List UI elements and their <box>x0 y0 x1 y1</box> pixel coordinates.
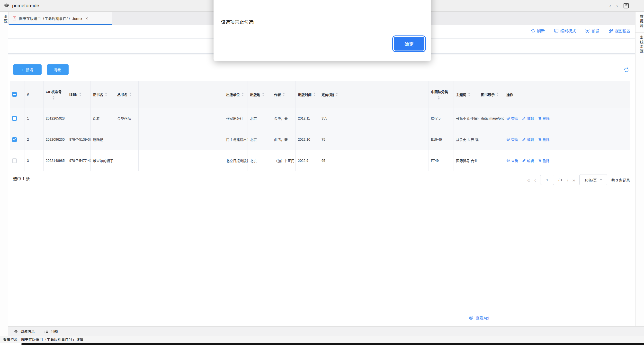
delete-action[interactable]: 删除 <box>538 137 550 142</box>
edit-action[interactable]: 编辑 <box>522 137 534 142</box>
table-refresh-icon[interactable] <box>624 67 629 73</box>
table-cell: 2012265028 <box>44 108 67 129</box>
row-checkbox[interactable] <box>12 116 17 121</box>
history-back-icon[interactable]: ‹ <box>609 3 611 9</box>
sidebar-item-resources[interactable]: 资源 <box>0 14 8 24</box>
column-header[interactable]: 图书展示 <box>479 81 504 108</box>
sort-icons[interactable] <box>438 96 440 100</box>
view-action[interactable]: 查看 <box>506 137 518 142</box>
prev-page-button[interactable]: ‹ <box>534 177 536 182</box>
sort-icons[interactable] <box>283 93 285 96</box>
row-checkbox[interactable] <box>12 158 17 163</box>
table-cell: 北京日报出版社 <box>224 150 248 171</box>
select-all-checkbox[interactable] <box>12 92 17 97</box>
view-api-link[interactable]: 查看Api <box>469 315 489 321</box>
sort-asc-icon <box>336 93 338 94</box>
pencil-icon <box>522 116 526 120</box>
edit-action[interactable]: 编辑 <box>522 158 534 163</box>
preview-button[interactable]: 预览 <box>585 28 599 33</box>
debug-info-button[interactable]: 调试信息 <box>14 329 35 334</box>
tab-book-cip-formx[interactable]: 图书在版编目（生命周期事件2）.formx × <box>9 12 112 25</box>
table-cell <box>115 129 139 150</box>
last-page-button[interactable]: » <box>572 177 576 182</box>
sort-asc-icon <box>52 96 54 97</box>
sort-icons[interactable] <box>262 93 264 96</box>
left-rail: 资源 <box>0 12 8 336</box>
row-checkbox[interactable] <box>12 137 17 142</box>
sort-asc-icon <box>496 93 498 94</box>
sort-icons[interactable] <box>242 93 244 96</box>
sort-desc-icon <box>130 95 131 96</box>
alert-dialog: 该选项禁止勾选! 确定 <box>214 0 431 61</box>
table-cell: 355 <box>319 108 343 129</box>
total-records: 共 3 条记录 <box>611 177 630 182</box>
sort-icons[interactable] <box>496 93 498 96</box>
view-settings-button[interactable]: 视图设置 <box>608 28 630 33</box>
ok-button[interactable]: 确定 <box>394 37 424 50</box>
sort-icons[interactable] <box>79 93 81 96</box>
sort-icons[interactable] <box>336 93 338 96</box>
sort-icons[interactable] <box>468 93 470 96</box>
table-cell: 2022096230 <box>44 129 67 150</box>
delete-action[interactable]: 删除 <box>538 116 550 121</box>
table-cell <box>343 150 429 171</box>
column-header[interactable]: ISBN <box>67 81 91 108</box>
tab-close-icon[interactable]: × <box>85 16 88 21</box>
add-button[interactable]: + 新增 <box>13 64 42 75</box>
refresh-button[interactable]: 刷新 <box>531 28 545 33</box>
page-input[interactable] <box>540 175 554 185</box>
table-cell <box>479 129 504 150</box>
column-header[interactable]: 出版地 <box>248 81 272 108</box>
delete-action[interactable]: 删除 <box>538 158 550 163</box>
page-size-select[interactable]: 10条/页 <box>579 174 607 185</box>
problems-button[interactable]: 问题 <box>44 329 58 334</box>
next-page-button[interactable]: › <box>567 177 568 182</box>
save-icon[interactable] <box>623 2 630 9</box>
window-nav: ‹ › <box>609 2 640 9</box>
eye-icon <box>506 159 510 162</box>
sort-icons[interactable] <box>52 96 54 100</box>
code-mode-button[interactable]: 编码模式 <box>554 28 576 33</box>
sort-icons[interactable] <box>314 93 316 96</box>
sort-desc-icon <box>438 98 440 100</box>
view-action[interactable]: 查看 <box>506 116 518 121</box>
table-cell: （加）卜正民 <box>272 150 296 171</box>
table-cell: 民主与建设出版 <box>224 129 248 150</box>
column-header[interactable]: 丛书名 <box>115 81 139 108</box>
bottom-panel: 调试信息 问题 <box>8 326 644 336</box>
sort-asc-icon <box>262 93 264 94</box>
column-header[interactable]: 作者 <box>272 81 296 108</box>
table-row: 22022096230978-7-5139-38逐陆记民主与建设出版北京曲飞，著… <box>10 129 630 150</box>
view-action[interactable]: 查看 <box>506 158 518 163</box>
sort-asc-icon <box>105 93 107 94</box>
column-header <box>343 81 429 108</box>
column-header <box>139 81 224 108</box>
sort-icons[interactable] <box>105 93 107 96</box>
column-header[interactable]: 正书名 <box>91 81 115 108</box>
table-cell <box>343 108 429 129</box>
book-table: #CIP核准号ISBN正书名丛书名出版单位出版地作者出版时间定价(元)中图法分类… <box>10 81 630 171</box>
eye-icon <box>506 137 510 141</box>
table-cell <box>67 108 91 129</box>
column-header[interactable]: 中图法分类 <box>429 81 454 108</box>
table-cell: 维米尔的帽子 <box>91 150 115 171</box>
column-header[interactable]: 定价(元) <box>319 81 343 108</box>
row-actions: 查看编辑删除 <box>504 150 630 171</box>
sort-icons[interactable] <box>130 93 131 96</box>
column-header[interactable]: 主题词 <box>454 81 479 108</box>
first-page-button[interactable]: « <box>527 177 530 182</box>
row-actions: 查看编辑删除 <box>504 108 630 129</box>
selected-count: 选中 1 条 <box>13 175 30 181</box>
column-header[interactable]: 出版时间 <box>296 81 319 108</box>
edit-action[interactable]: 编辑 <box>522 116 534 121</box>
table-cell: 978-7-5477-43 <box>67 150 91 171</box>
status-bar: 查看资源「图书在版编目（生命周期事件2）」详情 <box>0 336 644 343</box>
sidebar-item-offline-resources[interactable]: 离线资源 <box>636 32 644 58</box>
sidebar-item-data-source[interactable]: 数据源 <box>636 12 644 32</box>
history-forward-icon[interactable]: › <box>616 3 618 9</box>
table-cell: 曲飞，著 <box>272 129 296 150</box>
column-header[interactable]: CIP核准号 <box>44 81 67 108</box>
table-cell: 75 <box>319 129 343 150</box>
column-header[interactable]: 出版单位 <box>224 81 248 108</box>
export-button[interactable]: 导出 <box>47 64 68 75</box>
